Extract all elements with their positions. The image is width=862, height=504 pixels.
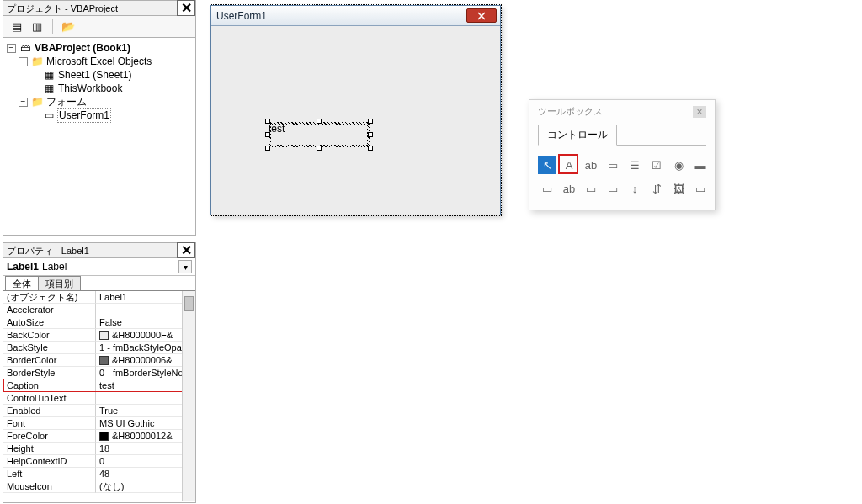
tree-thisworkbook[interactable]: ▦ ThisWorkbook: [7, 82, 192, 95]
expander-icon[interactable]: −: [19, 98, 28, 107]
worksheet-icon: ▦: [42, 68, 56, 82]
resize-handle-w[interactable]: [265, 132, 270, 137]
tree-sheet1-label: Sheet1 (Sheet1): [58, 68, 131, 82]
expander-icon[interactable]: −: [7, 44, 16, 53]
userform-designer[interactable]: UserForm1 test: [210, 5, 501, 215]
tree-excel-objects[interactable]: − 📁 Microsoft Excel Objects: [7, 55, 192, 68]
tree-forms-label: フォーム: [46, 95, 87, 109]
property-value[interactable]: (なし): [96, 480, 195, 493]
property-value[interactable]: MS UI Gothic: [96, 417, 195, 430]
property-value[interactable]: [96, 304, 195, 316]
property-name[interactable]: (オブジェクト名): [3, 291, 96, 304]
color-swatch-icon: [99, 356, 109, 365]
property-value[interactable]: 0: [96, 455, 195, 468]
property-name[interactable]: Height: [3, 443, 96, 455]
toggle-folders-button[interactable]: 📂: [60, 19, 77, 35]
toolbox-commandbutton[interactable]: ab: [560, 179, 578, 198]
property-name[interactable]: Caption: [3, 379, 96, 392]
property-name[interactable]: Left: [3, 468, 96, 480]
property-value[interactable]: 48: [96, 468, 195, 480]
property-name[interactable]: ForeColor: [3, 430, 96, 443]
tree-root[interactable]: − 🗃 VBAProject (Book1): [7, 41, 192, 55]
toolbox-listbox[interactable]: ☰: [625, 156, 644, 174]
toolbox-combobox[interactable]: ▭: [604, 156, 622, 174]
property-value[interactable]: &H80000012&: [96, 430, 195, 443]
resize-handle-nw[interactable]: [265, 119, 270, 124]
toolbox-spinbutton[interactable]: ⇵: [647, 179, 666, 198]
toolbox-close-button[interactable]: ×: [693, 106, 706, 118]
properties-scrollbar[interactable]: [182, 291, 195, 501]
property-value[interactable]: Label1: [96, 291, 195, 304]
userform-close-button[interactable]: [466, 8, 497, 23]
toolbox-frame[interactable]: ▭: [538, 179, 556, 198]
properties-object-selector[interactable]: Label1 Label ▾: [3, 258, 195, 276]
chevron-down-icon[interactable]: ▾: [178, 260, 192, 273]
resize-handle-se[interactable]: [368, 146, 373, 151]
userform-body[interactable]: test: [211, 26, 500, 215]
property-value[interactable]: False: [96, 316, 195, 329]
property-value[interactable]: &H80000006&: [96, 354, 195, 367]
tree-thisworkbook-label: ThisWorkbook: [58, 82, 122, 95]
property-value[interactable]: 1 - fmBackStyleOpaqu: [96, 342, 195, 354]
scrollbar-thumb[interactable]: [184, 296, 194, 311]
userform-titlebar[interactable]: UserForm1: [211, 6, 500, 26]
pointer-icon: ↖: [543, 159, 552, 172]
resize-handle-n[interactable]: [317, 119, 322, 124]
property-value[interactable]: [96, 392, 195, 405]
resize-handle-e[interactable]: [368, 132, 373, 137]
property-value-text: 18: [99, 443, 109, 454]
property-value-text: True: [99, 406, 118, 416]
property-value[interactable]: test: [96, 379, 195, 392]
view-object-button[interactable]: ▥: [29, 19, 45, 35]
property-name[interactable]: BorderColor: [3, 354, 96, 367]
tab-categorized[interactable]: 項目別: [38, 276, 81, 290]
property-name[interactable]: BorderStyle: [3, 367, 96, 379]
toolbox-panel: ツールボックス × コントロール ↖Aab▭☰☑◉▬ ▭ab▭▭↕⇵🖼▭: [529, 99, 716, 210]
resize-handle-s[interactable]: [317, 146, 322, 151]
toolbox-tabstrip[interactable]: ▭: [582, 179, 600, 198]
toolbox-label[interactable]: A: [560, 156, 578, 174]
property-name[interactable]: ControlTipText: [3, 392, 96, 405]
tree-sheet1[interactable]: ▦ Sheet1 (Sheet1): [7, 68, 192, 82]
tab-alphabetic[interactable]: 全体: [5, 276, 39, 290]
resize-handle-ne[interactable]: [368, 119, 373, 124]
toolbox-title: ツールボックス ×: [529, 100, 715, 121]
tab-controls[interactable]: コントロール: [538, 125, 617, 146]
property-value[interactable]: 0 - fmBorderStyleNon: [96, 367, 195, 379]
property-value[interactable]: True: [96, 405, 195, 417]
toolbox-pointer[interactable]: ↖: [538, 156, 556, 174]
toolbox-textbox[interactable]: ab: [582, 156, 600, 174]
toolbox-checkbox[interactable]: ☑: [647, 156, 666, 174]
property-name[interactable]: Accelerator: [3, 304, 96, 316]
property-name[interactable]: BackColor: [3, 329, 96, 342]
property-name[interactable]: AutoSize: [3, 316, 96, 329]
tree-userform1[interactable]: ▭ UserForm1: [7, 109, 192, 122]
properties-close-button[interactable]: ✕: [177, 242, 195, 258]
toolbox-optionbutton[interactable]: ◉: [669, 156, 688, 174]
listbox-icon: ☰: [630, 159, 640, 172]
tree-forms[interactable]: − 📁 フォーム: [7, 95, 192, 109]
properties-title-text: プロパティ - Label1: [7, 246, 89, 256]
property-name[interactable]: Font: [3, 417, 96, 430]
property-value[interactable]: &H8000000F&: [96, 329, 195, 342]
view-code-button[interactable]: ▤: [8, 19, 25, 35]
optionbutton-icon: ◉: [674, 159, 684, 172]
toolbox-image[interactable]: 🖼: [669, 179, 688, 198]
property-name[interactable]: BackStyle: [3, 342, 96, 354]
properties-title: プロパティ - Label1 ✕: [3, 243, 195, 258]
properties-object-name: Label1: [7, 261, 39, 273]
property-value[interactable]: 18: [96, 443, 195, 455]
resize-handle-sw[interactable]: [265, 146, 270, 151]
toolbox-togglebutton[interactable]: ▬: [691, 156, 710, 174]
toolbox-scrollbar[interactable]: ↕: [625, 179, 644, 198]
property-name[interactable]: Enabled: [3, 405, 96, 417]
toolbox-refedit[interactable]: ▭: [691, 179, 710, 198]
expander-icon[interactable]: −: [19, 57, 28, 66]
workbook-icon: ▦: [42, 82, 56, 95]
property-name[interactable]: HelpContextID: [3, 455, 96, 468]
tree-root-label: VBAProject (Book1): [35, 42, 130, 54]
project-explorer-close-button[interactable]: ✕: [177, 0, 195, 16]
label-control[interactable]: test: [269, 122, 370, 147]
property-name[interactable]: MouseIcon: [3, 480, 96, 493]
toolbox-multipage[interactable]: ▭: [604, 179, 622, 198]
